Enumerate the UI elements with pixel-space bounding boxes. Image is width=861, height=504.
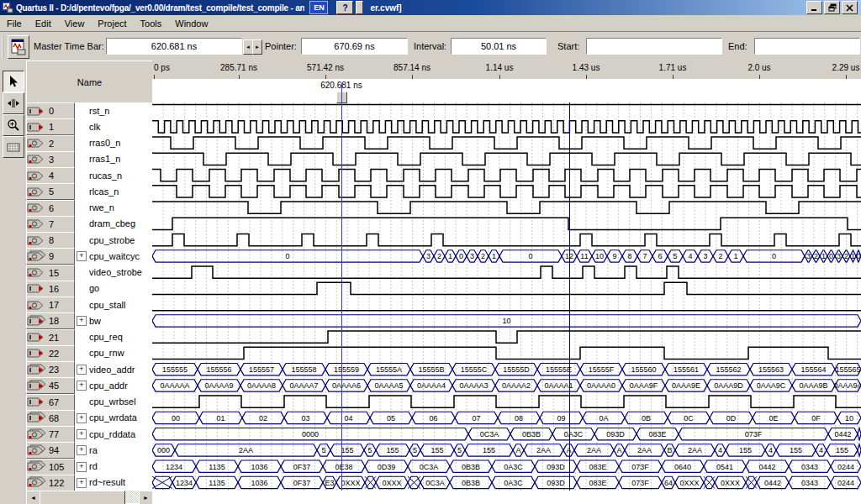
signal-name-cell[interactable]: rras0_n bbox=[75, 135, 152, 151]
start-field[interactable] bbox=[586, 38, 722, 55]
signal-name-cell[interactable]: cpu_wrbsel bbox=[75, 394, 152, 410]
help-button[interactable]: ? bbox=[336, 1, 353, 14]
zoom-tool-button[interactable] bbox=[3, 114, 24, 136]
menu-view[interactable]: View bbox=[58, 17, 92, 30]
expand-button[interactable]: + bbox=[77, 462, 87, 472]
signal-name-cell[interactable]: +ra bbox=[75, 442, 152, 458]
signal-number-cell[interactable]: 9 bbox=[26, 248, 75, 265]
menu-window[interactable]: Window bbox=[168, 17, 214, 30]
signal-name-cell[interactable]: rst_n bbox=[75, 102, 152, 118]
bus-value-label: 083E bbox=[648, 430, 666, 438]
signal-number-cell[interactable]: 23 bbox=[26, 361, 75, 378]
signal-name-cell[interactable]: +cpu_wrdata bbox=[75, 410, 152, 426]
signal-number-cell[interactable]: 18 bbox=[26, 312, 75, 329]
bus-value-label: 4 bbox=[769, 446, 773, 454]
signal-name-cell[interactable]: +cpu_waitcyc bbox=[75, 248, 152, 264]
minimize-button[interactable] bbox=[806, 1, 822, 14]
expand-button[interactable]: + bbox=[77, 413, 87, 423]
signal-number-cell[interactable]: 6 bbox=[26, 200, 75, 217]
signal-number-cell[interactable]: 94 bbox=[26, 442, 75, 459]
signal-number-cell[interactable]: 77 bbox=[26, 426, 75, 443]
signal-name-cell[interactable]: cpu_strobe bbox=[75, 232, 152, 248]
signal-name-cell[interactable]: video_strobe bbox=[75, 265, 152, 281]
signal-name-cell[interactable]: cpu_req bbox=[75, 329, 152, 345]
bus-value-label: 0A3C bbox=[564, 430, 584, 438]
signal-number-cell[interactable]: 4 bbox=[26, 167, 75, 184]
bus-value-label: 3 bbox=[837, 252, 841, 260]
master-time-spin-right[interactable]: ▸ bbox=[252, 39, 262, 55]
bus-value-label: 155555 bbox=[162, 365, 188, 374]
close-button[interactable] bbox=[842, 1, 858, 14]
signal-number-cell[interactable]: 16 bbox=[26, 281, 75, 297]
restore-button[interactable] bbox=[824, 1, 840, 14]
expand-button[interactable]: + bbox=[77, 381, 87, 391]
signal-name-cell[interactable]: +rd~result bbox=[75, 475, 152, 491]
signal-name-cell[interactable]: +video_addr bbox=[75, 361, 152, 377]
signal-number-cell[interactable]: 1 bbox=[26, 118, 75, 135]
bus-value-label: 2 bbox=[844, 252, 848, 260]
split-tool-button[interactable] bbox=[3, 92, 24, 114]
scrollbar-thumb[interactable] bbox=[40, 491, 125, 504]
signal-number: 4 bbox=[49, 171, 54, 181]
waveform-canvas[interactable]: 0321032101211109876543210321032101015555… bbox=[152, 102, 861, 491]
language-bar-grip[interactable] bbox=[356, 1, 363, 14]
bus-value-label: 2 bbox=[437, 252, 441, 260]
signal-name-cell[interactable]: +rd bbox=[75, 459, 152, 475]
signal-name-cell[interactable]: rlcas_n bbox=[75, 183, 152, 199]
signal-number-cell[interactable]: 105 bbox=[26, 459, 75, 475]
signal-name-cell[interactable]: cpu_rnw bbox=[75, 345, 152, 361]
signal-names-panel: Name 0rst_n1clk2rras0_n3rras1_n4rucas_n5… bbox=[26, 60, 153, 504]
master-time-bar-field[interactable]: 620.681 ns bbox=[106, 38, 242, 55]
signal-number-cell[interactable]: 22 bbox=[26, 345, 75, 362]
bus-value-label: 155 bbox=[836, 446, 848, 454]
bus-value-label: 0000 bbox=[302, 430, 319, 438]
signal-number-cell[interactable]: 67 bbox=[26, 394, 75, 411]
names-horizontal-scrollbar[interactable]: ◄ ► bbox=[26, 491, 152, 503]
signal-number-cell[interactable]: 7 bbox=[26, 216, 75, 233]
signal-name-cell[interactable]: clk bbox=[75, 118, 152, 134]
signal-number-cell[interactable]: 8 bbox=[26, 232, 75, 249]
signal-name-cell[interactable]: rwe_n bbox=[75, 200, 152, 216]
signal-name-cell[interactable]: go bbox=[75, 281, 152, 297]
menu-project[interactable]: Project bbox=[91, 17, 133, 30]
expand-button[interactable]: + bbox=[77, 251, 87, 261]
signal-name-cell[interactable]: +bw bbox=[75, 312, 152, 328]
signal-number-cell[interactable]: 68 bbox=[26, 410, 75, 427]
signal-number-cell[interactable]: 21 bbox=[26, 329, 75, 346]
expand-button[interactable]: + bbox=[77, 478, 87, 488]
end-field[interactable] bbox=[754, 38, 860, 55]
signal-number-cell[interactable]: 3 bbox=[26, 151, 75, 168]
menu-file[interactable]: File bbox=[0, 17, 29, 30]
expand-button[interactable]: + bbox=[77, 429, 87, 439]
signal-number-cell[interactable]: 17 bbox=[26, 297, 75, 313]
signal-name-cell[interactable]: +cpu_addr bbox=[75, 377, 152, 393]
signal-number-cell[interactable]: 2 bbox=[26, 135, 75, 152]
expand-button[interactable]: + bbox=[77, 365, 87, 375]
bus-value-label: 155556 bbox=[206, 365, 231, 374]
snap-grid-tool-button[interactable] bbox=[3, 136, 24, 158]
signal-name-cell[interactable]: dram_cbeg bbox=[75, 216, 152, 232]
scroll-left-button[interactable]: ◄ bbox=[26, 491, 40, 504]
menu-tools[interactable]: Tools bbox=[134, 17, 169, 30]
language-badge[interactable]: EN bbox=[309, 1, 328, 14]
signal-name-cell[interactable]: rras1_n bbox=[75, 151, 152, 167]
signal-number-cell[interactable]: 5 bbox=[26, 183, 75, 200]
signal-name-cell[interactable]: +cpu_rddata bbox=[75, 426, 152, 442]
menu-edit[interactable]: Edit bbox=[29, 17, 58, 30]
expand-button[interactable]: + bbox=[77, 316, 87, 326]
bus-value-label: 2AA bbox=[637, 446, 652, 454]
scroll-right-button[interactable]: ► bbox=[139, 491, 153, 504]
signal-number-cell[interactable]: 45 bbox=[26, 377, 75, 394]
signal-number-cell[interactable]: 122 bbox=[26, 475, 75, 491]
expand-button[interactable]: + bbox=[77, 445, 87, 455]
signal-name-cell[interactable]: cpu_stall bbox=[75, 297, 152, 312]
signal-name-cell[interactable]: rucas_n bbox=[75, 167, 152, 183]
bus-value-label: 155 bbox=[483, 446, 495, 454]
signal-number-cell[interactable]: 0 bbox=[26, 102, 75, 119]
bus-value-label: 0F37 bbox=[293, 463, 311, 471]
wave-rras0_n bbox=[152, 137, 861, 149]
waveform-document-button[interactable] bbox=[8, 35, 29, 59]
pointer-tool-button[interactable] bbox=[3, 71, 24, 92]
signal-number-cell[interactable]: 15 bbox=[26, 265, 75, 281]
bus-value-label: 0 bbox=[829, 252, 833, 260]
